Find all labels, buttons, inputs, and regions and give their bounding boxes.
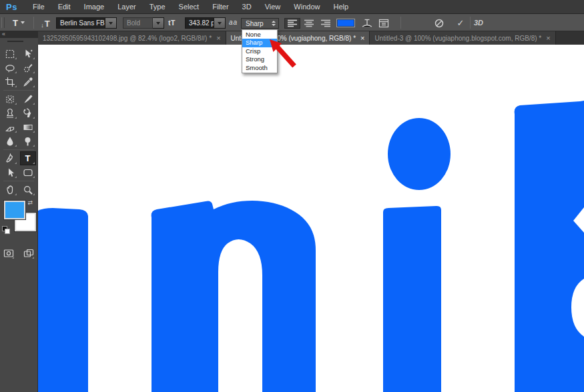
text-color-swatch[interactable] [336, 19, 355, 27]
toggle-panels-button[interactable] [377, 17, 390, 29]
letter-i-stem [383, 206, 441, 392]
align-right-button[interactable] [318, 18, 334, 29]
foreground-color-swatch[interactable] [4, 201, 25, 219]
menu-filter[interactable]: Filter [206, 0, 235, 13]
move-tool[interactable] [20, 47, 36, 61]
swap-colors-icon[interactable]: ⇄ [28, 199, 33, 206]
text-orientation-button[interactable]: ↓ T [37, 17, 53, 29]
close-icon[interactable]: × [360, 35, 364, 41]
menu-3d[interactable]: 3D [236, 0, 258, 13]
toolbar-divider [3, 149, 34, 150]
crop-tool[interactable] [2, 75, 18, 89]
menu-image[interactable]: Image [77, 0, 111, 13]
font-size-value[interactable]: 343.82 pt [185, 17, 214, 29]
tab-label: Untitled-3 @ 100% (vugiaphong.blogspot.c… [374, 35, 541, 42]
align-center-button[interactable] [301, 18, 317, 29]
screen-mode-button[interactable] [22, 246, 35, 260]
font-style-combo[interactable]: Bold [123, 17, 164, 29]
font-family-value[interactable]: Berlin Sans FB D... [56, 17, 105, 29]
commit-edits-button[interactable]: ✓ [454, 17, 467, 29]
font-size-icon: tT [168, 19, 175, 27]
font-size-combo[interactable]: 343.82 pt [185, 17, 226, 29]
collapse-toolbar-button[interactable]: « [0, 31, 38, 38]
panels-icon [378, 19, 389, 28]
menu-type[interactable]: Type [143, 0, 172, 13]
align-left-button[interactable] [284, 18, 300, 29]
screen-mode-icon [23, 249, 34, 258]
font-style-dropdown-button[interactable] [153, 17, 164, 29]
quick-mask-icon [3, 249, 14, 258]
eyedropper-tool[interactable] [20, 75, 36, 89]
close-icon[interactable]: × [546, 35, 550, 41]
align-left-icon [288, 19, 297, 27]
default-colors-icon[interactable] [2, 226, 10, 234]
crop-icon [5, 77, 15, 87]
healing-brush-tool[interactable] [2, 92, 18, 106]
font-family-combo[interactable]: Berlin Sans FB D... [56, 17, 117, 29]
close-icon[interactable]: × [216, 35, 220, 41]
gradient-tool[interactable] [20, 120, 36, 134]
align-right-icon [321, 19, 330, 27]
hand-icon [5, 185, 15, 195]
quick-selection-tool[interactable] [20, 61, 36, 75]
shape-tool[interactable] [20, 165, 36, 179]
lasso-tool[interactable] [2, 61, 18, 75]
chevron-down-icon [218, 22, 222, 25]
brush-tool[interactable] [20, 92, 36, 106]
eraser-tool[interactable] [2, 120, 18, 134]
tool-preset-picker[interactable]: T [7, 17, 31, 29]
quick-mask-button[interactable] [2, 246, 15, 260]
cancel-edits-button[interactable] [432, 17, 446, 29]
letter-i-dot [388, 118, 451, 190]
dodge-tool[interactable] [20, 134, 36, 148]
clone-stamp-tool[interactable] [2, 106, 18, 120]
spinner-icon [272, 21, 276, 26]
horizontal-type-tool[interactable]: T [20, 151, 36, 165]
healing-brush-icon [5, 94, 15, 105]
blur-tool[interactable] [2, 134, 18, 148]
menu-select[interactable]: Select [172, 0, 206, 13]
anti-alias-combo[interactable]: Sharp [241, 18, 279, 29]
orientation-arrow-icon: ↓ [41, 22, 44, 29]
zoom-tool[interactable] [20, 183, 36, 197]
separator [470, 17, 471, 29]
menu-window[interactable]: Window [287, 0, 326, 13]
tab-logo2-jpg[interactable]: 13252850595943102498.jpg @ 82.4% (logo2,… [38, 31, 226, 45]
pen-tool[interactable] [2, 151, 18, 165]
menu-layer[interactable]: Layer [111, 0, 143, 13]
orientation-t-icon: T [45, 19, 50, 29]
move-icon [23, 49, 33, 59]
lasso-icon [5, 63, 15, 73]
warp-text-button[interactable] [360, 17, 374, 29]
options-bar-grip[interactable] [1, 17, 5, 28]
path-selection-icon [5, 167, 15, 178]
font-family-dropdown-button[interactable] [105, 17, 117, 29]
tab-untitled-3[interactable]: Untitled-3 @ 100% (vugiaphong.blogspot.c… [370, 31, 555, 45]
grip-icon [7, 41, 23, 42]
menu-help[interactable]: Help [326, 0, 355, 13]
clone-stamp-icon [5, 108, 15, 119]
tab-label: 13252850595943102498.jpg @ 82.4% (logo2,… [43, 35, 212, 42]
menu-file[interactable]: File [26, 0, 51, 13]
eyedropper-icon [23, 77, 33, 87]
workspace-3d-label[interactable]: 3D [474, 19, 483, 27]
magnifier-icon [23, 185, 33, 195]
separator [33, 17, 34, 29]
chevron-down-icon [21, 21, 25, 24]
toolbar-divider [3, 90, 34, 91]
menu-edit[interactable]: Edit [51, 0, 77, 13]
menu-view[interactable]: View [258, 0, 288, 13]
document-canvas[interactable] [38, 45, 584, 392]
letter-u-stem [38, 208, 88, 392]
history-brush-tool[interactable] [20, 106, 36, 120]
rectangular-marquee-tool[interactable] [2, 47, 18, 61]
toolbar-grip[interactable] [0, 38, 38, 45]
gradient-icon [23, 122, 33, 133]
path-selection-tool[interactable] [2, 165, 18, 179]
hand-tool[interactable] [2, 183, 18, 197]
letter-n [152, 201, 316, 392]
font-style-value: Bold [123, 17, 153, 29]
font-size-dropdown-button[interactable] [214, 17, 226, 29]
blur-drop-icon [5, 136, 15, 147]
double-chevron-icon: « [2, 31, 5, 37]
